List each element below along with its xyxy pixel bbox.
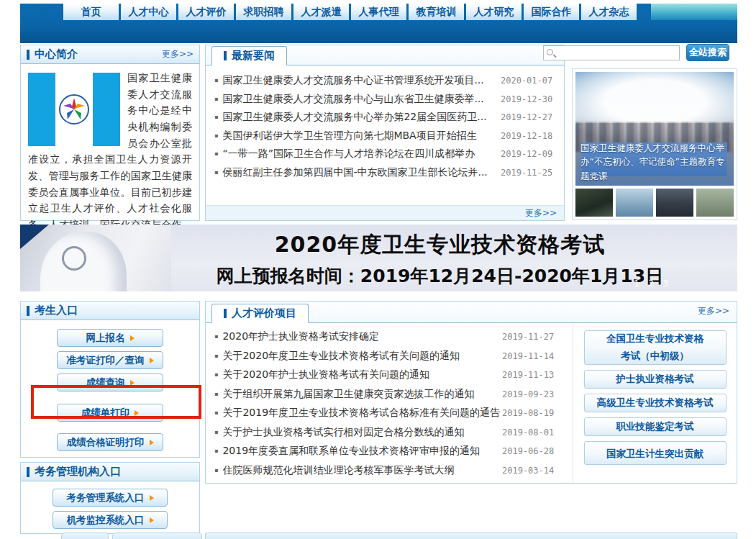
outstanding-contribution-expert-selection-button[interactable]: 国家卫生计生突出贡献 中青年专家选拔	[584, 441, 727, 465]
latest-news-more-link[interactable]: 更多>>	[525, 207, 557, 219]
banner-page-1[interactable]: 1	[634, 278, 639, 289]
news-date: 2019-12-27	[501, 112, 557, 122]
news-link[interactable]: 2019年度委直属和联系单位专业技术资格评审申报的通知	[214, 445, 502, 458]
nav-item-talent-research[interactable]: 人才研究	[466, 4, 522, 20]
news-date: 2019-11-25	[501, 168, 557, 178]
banner-page-3[interactable]: 3	[663, 278, 668, 289]
center-intro-panel: 中心简介 更多>> 国家卫生健康委人才交流服务中心是经中	[20, 45, 200, 221]
senior-health-professional-exam-button[interactable]: 高级卫生专业技术资格考试	[584, 394, 727, 412]
news-link[interactable]: 国家卫生健康委人才交流服务中心与山东省卫生健康委举...	[214, 93, 501, 106]
news-link[interactable]: 2020年护士执业资格考试安排确定	[214, 330, 502, 343]
photo-carousel-panel: 国家卫生健康委人才交流服务中心举办“不忘初心、牢记使命”主题教育专题党课	[572, 68, 737, 220]
news-date: 2019-12-30	[501, 94, 557, 104]
nav-item-job-recruitment[interactable]: 求职招聘	[236, 4, 291, 20]
button-label: 成绩查询	[86, 376, 125, 389]
score-query-button[interactable]: 成绩查询	[57, 373, 163, 391]
bottom-cutoff-tab	[112, 533, 202, 539]
news-link[interactable]: 关于2019年度卫生专业技术资格考试合格标准有关问题的通告	[214, 407, 502, 420]
photo-thumbnail[interactable]	[616, 189, 653, 217]
news-link[interactable]: “一带一路”国际卫生合作与人才培养论坛在四川成都举办	[214, 148, 501, 160]
photo-thumbnail[interactable]	[656, 189, 693, 217]
score-report-print-button[interactable]: 成绩单打印	[57, 404, 163, 422]
center-intro-more-link[interactable]: 更多>>	[162, 48, 193, 60]
news-row: 国家卫生健康委人才交流服务中心与山东省卫生健康委举... 2019-12-30	[214, 93, 557, 112]
national-health-professional-exam-button[interactable]: 全国卫生专业技术资格 考试（中初级）	[584, 330, 727, 365]
nav-item-international-cooperation[interactable]: 国际合作	[524, 4, 579, 20]
news-link[interactable]: 住院医师规范化培训结业理论考核军事医学考试大纲	[214, 464, 502, 477]
center-intro-header: 中心简介 更多>>	[21, 45, 199, 64]
exam-category-buttons: 全国卫生专业技术资格 考试（中初级） 护士执业资格考试 高级卫生专业技术资格考试…	[573, 323, 737, 484]
nav-corner-image	[651, 4, 737, 20]
computer-exam-monitoring-system-button[interactable]: 机考监控系统入口	[53, 511, 168, 529]
news-date: 2019-11-27	[502, 332, 568, 342]
top-navigation-bar: 首页 人才中心 人才评价 求职招聘 人才派遣 人事代理 教育培训 人才研究 国际…	[20, 4, 737, 43]
photo-thumbnail[interactable]	[575, 189, 613, 217]
online-registration-button[interactable]: 网上报名	[57, 329, 163, 347]
search-icon	[547, 49, 553, 55]
center-logo	[28, 73, 120, 146]
news-link[interactable]: 关于护士执业资格考试实行相对固定合格分数线的通知	[214, 426, 502, 439]
passing-certificate-print-button[interactable]: 成绩合格证明打印	[57, 433, 163, 451]
latest-news-panel: 最新要闻 国家卫生健康委人才交流服务中心证书管理系统开发项目... 2020-0…	[205, 45, 565, 221]
admission-ticket-print-query-button[interactable]: 准考证打印／查询	[57, 351, 163, 369]
search-input[interactable]	[543, 45, 680, 60]
news-date: 2019-12-09	[501, 149, 557, 159]
news-link[interactable]: 国家卫生健康委人才交流服务中心证书管理系统开发项目...	[214, 74, 501, 87]
banner-text: 2020年度卫生专业技术资格考试 网上预报名时间：2019年12月24日-202…	[171, 230, 709, 288]
nav-item-personnel-agency[interactable]: 人事代理	[351, 4, 406, 20]
talent-evaluation-more-link[interactable]: 更多>>	[698, 305, 729, 317]
site-search-button[interactable]: 全站搜索	[686, 44, 729, 61]
nav-item-talent-magazine[interactable]: 人才杂志	[581, 4, 637, 20]
main-photo[interactable]: 国家卫生健康委人才交流服务中心举办“不忘初心、牢记使命”主题教育专题党课	[575, 72, 734, 186]
exam-management-system-button[interactable]: 考务管理系统入口	[53, 489, 168, 507]
vocational-skill-appraisal-exam-button[interactable]: 职业技能鉴定考试	[584, 417, 727, 436]
banner-title: 2020年度卫生专业技术资格考试	[171, 230, 709, 260]
banner-corner-triangle	[20, 225, 49, 249]
candidate-entrance-title: 考生入口	[35, 304, 78, 317]
button-label: 全国卫生专业技术资格	[585, 330, 726, 348]
nav-menu: 首页 人才中心 人才评价 求职招聘 人才派遣 人事代理 教育培训 人才研究 国际…	[63, 4, 637, 20]
news-date: 2019-03-14	[502, 466, 568, 476]
talent-evaluation-header: 人才评价项目 更多>>	[206, 302, 737, 323]
news-link[interactable]: 关于组织开展第九届国家卫生健康突贡家选拔工作的通知	[214, 388, 502, 401]
button-label: 机考监控系统入口	[67, 514, 145, 527]
latest-news-list: 国家卫生健康委人才交流服务中心证书管理系统开发项目... 2020-01-07 …	[206, 65, 564, 184]
button-label: 考务管理系统入口	[67, 492, 145, 504]
nav-item-talent-dispatch[interactable]: 人才派遣	[293, 4, 349, 20]
news-link[interactable]: 侯丽红副主任参加第四届中国-中东欧国家卫生部长论坛并...	[214, 166, 501, 179]
candidate-entrance-header: 考生入口	[21, 302, 199, 320]
tab-accent-bar	[224, 51, 227, 60]
exam-admin-entrance-panel: 考务管理机构入口 考务管理系统入口 机考监控系统入口	[20, 462, 200, 534]
photo-caption[interactable]: 国家卫生健康委人才交流服务中心举办“不忘初心、牢记使命”主题教育专题党课	[580, 141, 730, 183]
nav-item-education-training[interactable]: 教育培训	[409, 4, 464, 20]
header-accent-bar	[27, 50, 29, 60]
tab-latest-news-label: 最新要闻	[232, 49, 275, 63]
bottom-cutoff-bar	[205, 533, 737, 539]
photo-thumbnails	[575, 189, 734, 217]
news-link[interactable]: 国家卫生健康委人才交流服务中心举办第22届全国医药卫...	[214, 111, 501, 124]
tab-latest-news[interactable]: 最新要闻	[211, 46, 287, 65]
candidate-entrance-panel: 考生入口 网上报名 准考证打印／查询 成绩查询 成绩单打印 成绩合格证明打印	[20, 301, 200, 458]
news-row: 2020年护士执业资格考试安排确定 2019-11-27	[214, 330, 568, 350]
news-link[interactable]: 关于2020年护士执业资格考试有关问题的通知	[214, 368, 502, 381]
news-date: 2019-11-13	[502, 370, 568, 380]
button-label: 准考证打印／查询	[67, 354, 145, 367]
arrow-icon	[150, 440, 154, 445]
stethoscope-shape	[62, 246, 86, 271]
nav-item-talent-evaluation[interactable]: 人才评价	[178, 4, 234, 20]
nav-item-home[interactable]: 首页	[63, 4, 119, 20]
news-row: 关于组织开展第九届国家卫生健康突贡家选拔工作的通知 2019-09-23	[214, 388, 568, 407]
arrow-icon	[135, 410, 139, 416]
latest-news-header: 最新要闻	[206, 45, 564, 65]
news-link[interactable]: 关于2020年度卫生专业技术资格考试有关问题的通知	[214, 350, 502, 363]
exam-banner[interactable]: 2020年度卫生专业技术资格考试 网上预报名时间：2019年12月24日-202…	[20, 225, 737, 291]
nurse-licensing-exam-button[interactable]: 护士执业资格考试	[584, 370, 727, 389]
logo-left-bar	[28, 73, 55, 146]
news-link[interactable]: 美国伊利诺伊大学卫生管理方向第七期MBA项目开始招生	[214, 130, 501, 142]
news-row: 国家卫生健康委人才交流服务中心举办第22届全国医药卫... 2019-12-27	[214, 111, 557, 130]
photo-thumbnail[interactable]	[696, 189, 734, 217]
tab-talent-evaluation[interactable]: 人才评价项目	[211, 304, 309, 323]
arrow-icon	[150, 495, 154, 501]
banner-page-2[interactable]: 2	[649, 278, 654, 289]
nav-item-talent-center[interactable]: 人才中心	[121, 4, 176, 20]
